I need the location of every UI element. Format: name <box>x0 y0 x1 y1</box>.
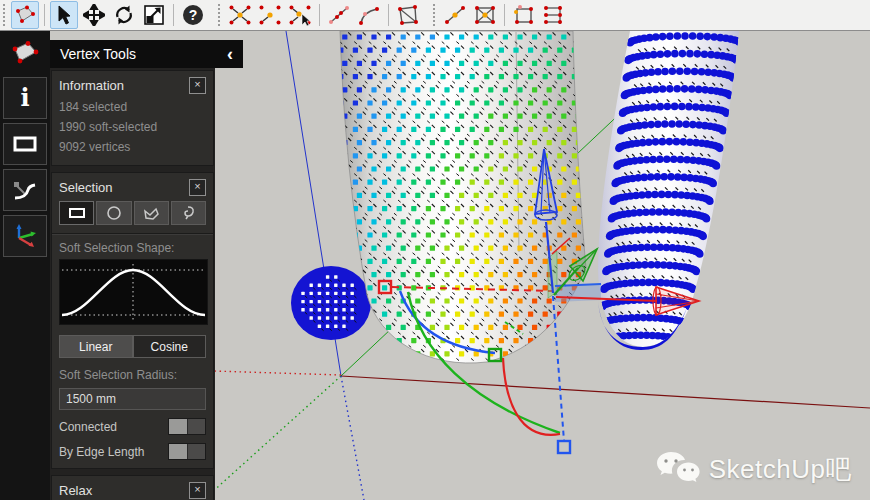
selection-mode-row <box>59 201 206 225</box>
lasso-icon <box>142 206 160 221</box>
split-edge-button[interactable] <box>325 1 353 29</box>
insert-vertex-icon <box>443 4 467 26</box>
toolbar-separator <box>504 4 505 26</box>
quad-region-button[interactable] <box>394 1 422 29</box>
section-information: Information × 184 selected 1990 soft-sel… <box>51 70 214 166</box>
scale-button[interactable] <box>140 1 168 29</box>
section-title: Selection <box>59 180 189 195</box>
close-icon[interactable]: × <box>189 179 206 196</box>
vertex-tools-logo <box>3 35 47 71</box>
sidebar-item-selection[interactable] <box>3 123 47 165</box>
falloff-curve-graph[interactable] <box>59 259 208 325</box>
merge-pick-vertices-button[interactable] <box>286 1 314 29</box>
insert-vertex-button[interactable] <box>441 1 469 29</box>
mode-freehand-button[interactable] <box>171 201 206 225</box>
extract-vertex-button[interactable] <box>510 1 538 29</box>
section-title: Relax <box>59 483 189 498</box>
vertex-tools-logo-icon <box>10 40 40 66</box>
toolbar-separator <box>44 4 45 26</box>
panel-title: Vertex Tools <box>50 46 217 62</box>
close-icon[interactable]: × <box>189 482 206 499</box>
stat-soft-selected: 1990 soft-selected <box>59 117 206 137</box>
shape-label: Soft Selection Shape: <box>59 241 206 255</box>
info-icon: i <box>20 86 29 110</box>
move-button[interactable] <box>80 1 108 29</box>
cosine-falloff-button[interactable]: Cosine <box>133 335 207 358</box>
vertex-tools-icon <box>14 5 36 25</box>
edge-length-toggle-row: By Edge Length <box>59 443 206 460</box>
panel-body: Information × 184 selected 1990 soft-sel… <box>50 68 215 500</box>
help-button[interactable]: ? <box>179 1 207 29</box>
close-icon[interactable]: × <box>189 77 206 94</box>
radius-input[interactable] <box>59 388 206 410</box>
weld-corner-button[interactable] <box>355 1 383 29</box>
circle-icon <box>106 205 122 221</box>
vertex-tools-button[interactable] <box>11 1 39 29</box>
vertex-tools-sidebar: i <box>0 31 50 500</box>
rectangle-select-icon <box>12 135 38 153</box>
sphere-object <box>291 266 371 340</box>
toolbar-separator <box>388 4 389 26</box>
falloff-type-row: Linear Cosine <box>59 335 206 358</box>
toolbar-separator <box>319 4 320 26</box>
rotate-button[interactable] <box>110 1 138 29</box>
svg-text:?: ? <box>189 7 198 23</box>
merge-vertices-button[interactable] <box>226 1 254 29</box>
section-selection: Selection × <box>51 172 214 469</box>
split-edge-icon <box>327 4 351 26</box>
mode-circle-button[interactable] <box>96 201 131 225</box>
merge-close-vertices-icon <box>258 4 282 26</box>
stat-selected: 184 selected <box>59 97 206 117</box>
section-title: Information <box>59 78 189 93</box>
wechat-icon <box>655 450 701 488</box>
align-vertices-button[interactable] <box>540 1 568 29</box>
watermark: SketchUp吧 <box>655 450 852 488</box>
mode-rectangle-button[interactable] <box>59 201 94 225</box>
weld-corner-icon <box>357 4 381 26</box>
edge-length-label: By Edge Length <box>59 445 168 459</box>
rectangle-icon <box>68 207 86 219</box>
toolbar-separator <box>173 4 174 26</box>
triangulate-quad-button[interactable] <box>471 1 499 29</box>
axes-icon <box>12 223 38 249</box>
merge-pick-vertices-icon <box>288 4 312 26</box>
linear-falloff-button[interactable]: Linear <box>59 335 133 358</box>
main-toolbar: ? <box>0 0 870 31</box>
falloff-curve-icon <box>12 178 38 202</box>
scale-icon <box>143 4 165 26</box>
sidebar-item-information[interactable]: i <box>3 77 47 119</box>
extract-vertex-icon <box>512 4 536 26</box>
edge-length-toggle[interactable] <box>168 443 206 460</box>
mode-lasso-button[interactable] <box>134 201 169 225</box>
sidebar-item-gizmo[interactable] <box>3 215 47 257</box>
move-icon <box>83 4 105 26</box>
panel-header[interactable]: Vertex Tools ‹ <box>50 40 243 68</box>
connected-label: Connected <box>59 420 168 434</box>
toolbar-grip[interactable] <box>2 3 7 27</box>
section-relax: Relax × X Y Z <box>51 475 214 500</box>
collapse-panel-icon[interactable]: ‹ <box>217 44 243 65</box>
toolbar-grip[interactable] <box>432 3 437 27</box>
rotate-icon <box>113 4 135 26</box>
stat-vertices: 9092 vertices <box>59 137 206 157</box>
connected-toggle-row: Connected <box>59 418 206 435</box>
watermark-text: SketchUp吧 <box>709 452 852 487</box>
select-button[interactable] <box>50 1 78 29</box>
triangulate-quad-icon <box>473 4 497 26</box>
toolbar-grip[interactable] <box>217 3 222 27</box>
radius-label: Soft Selection Radius: <box>59 368 206 382</box>
sidebar-item-falloff[interactable] <box>3 169 47 211</box>
connected-toggle[interactable] <box>168 418 206 435</box>
merge-close-vertices-button[interactable] <box>256 1 284 29</box>
merge-vertices-icon <box>228 4 252 26</box>
divider <box>52 233 213 235</box>
help-icon: ? <box>182 4 204 26</box>
freehand-lasso-icon <box>180 205 196 221</box>
quad-region-icon <box>396 4 420 26</box>
select-arrow-icon <box>55 5 73 25</box>
align-vertices-icon <box>542 4 566 26</box>
